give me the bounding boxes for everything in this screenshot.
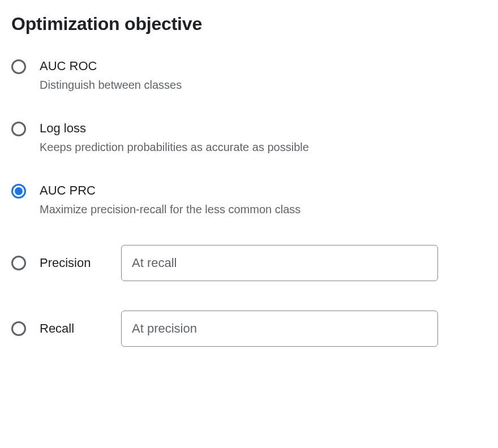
radio-icon[interactable] [11, 122, 26, 136]
option-auc-roc[interactable]: AUC ROC Distinguish between classes [11, 58, 487, 92]
option-label: Recall [40, 321, 121, 337]
option-description: Distinguish between classes [40, 77, 487, 92]
radio-icon[interactable] [11, 59, 26, 74]
option-log-loss[interactable]: Log loss Keeps prediction probabilities … [11, 120, 487, 154]
option-description: Maximize precision-recall for the less c… [40, 202, 487, 217]
page-title: Optimization objective [11, 14, 487, 35]
option-description: Keeps prediction probabilities as accura… [40, 140, 487, 154]
option-text: Log loss Keeps prediction probabilities … [40, 120, 487, 154]
option-label: AUC PRC [40, 183, 487, 199]
option-recall[interactable]: Recall [11, 311, 487, 347]
at-precision-input[interactable] [121, 311, 438, 347]
option-text: AUC ROC Distinguish between classes [40, 58, 487, 92]
radio-icon[interactable] [11, 256, 26, 270]
option-label: Log loss [40, 120, 487, 136]
option-label: Precision [40, 255, 121, 271]
at-recall-input[interactable] [121, 245, 438, 281]
radio-icon[interactable] [11, 184, 26, 199]
option-text: AUC PRC Maximize precision-recall for th… [40, 183, 487, 217]
radio-icon[interactable] [11, 321, 26, 336]
option-auc-prc[interactable]: AUC PRC Maximize precision-recall for th… [11, 183, 487, 217]
option-precision[interactable]: Precision [11, 245, 487, 281]
option-label: AUC ROC [40, 58, 487, 74]
